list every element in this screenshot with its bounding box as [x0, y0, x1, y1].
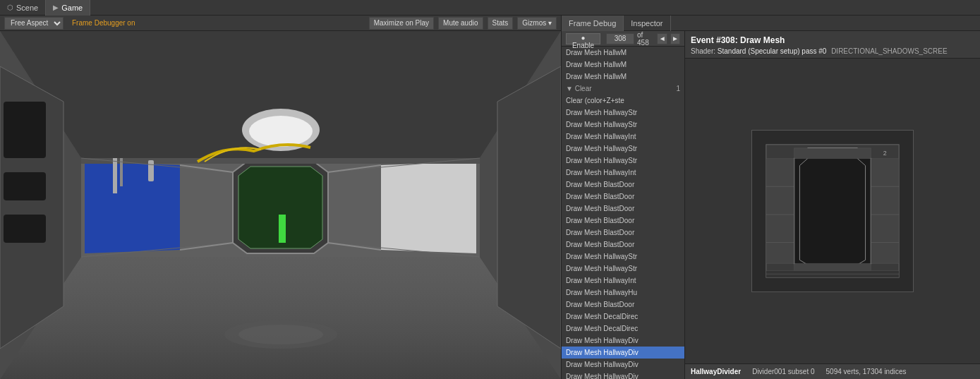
- svg-marker-35: [794, 148, 871, 274]
- list-item[interactable]: Draw Mesh HallwayInt: [562, 167, 684, 179]
- svg-marker-11: [381, 162, 476, 253]
- svg-rect-22: [113, 158, 117, 193]
- top-bar: ⬡ Scene ▶ Game: [0, 0, 980, 16]
- stats-btn[interactable]: Stats: [488, 17, 514, 30]
- inspector-header: Event #308: Draw Mesh Shader: Standard (…: [685, 31, 980, 59]
- mesh-subset: Divider001 subset 0: [752, 368, 814, 375]
- tab-frame-debug[interactable]: Frame Debug: [562, 16, 624, 31]
- list-item-selected[interactable]: Draw Mesh HallwayDiv: [562, 347, 684, 359]
- svg-marker-16: [497, 66, 561, 349]
- mesh-preview-area: 2: [685, 59, 980, 363]
- list-item-clear-section[interactable]: ▼ Clear 1: [562, 83, 684, 95]
- list-item[interactable]: Draw Mesh BlastDoor: [562, 215, 684, 227]
- shader-value: Standard (Specular setup) pass #0: [718, 47, 827, 55]
- list-item[interactable]: Draw Mesh DecalDirec: [562, 311, 684, 323]
- frame-debugger-label: Frame Debugger on: [72, 19, 135, 27]
- list-item[interactable]: Draw Mesh BlastDoor: [562, 203, 684, 215]
- main-layout: Free Aspect Frame Debugger on Maximize o…: [0, 16, 980, 379]
- right-top-bar: Frame Debug Inspector: [562, 16, 980, 31]
- list-item[interactable]: Clear (color+Z+ste: [562, 95, 684, 107]
- svg-rect-24: [148, 160, 154, 181]
- tab-inspector-label: Inspector: [631, 19, 663, 28]
- mesh-preview-svg: 2: [752, 131, 913, 291]
- game-icon: ▶: [53, 4, 59, 11]
- viewport-toolbar: Free Aspect Frame Debugger on Maximize o…: [0, 16, 561, 31]
- pagination-bar: ● Enable 308 of 458 ◄ ►: [562, 31, 684, 47]
- scene-icon: ⬡: [7, 4, 13, 11]
- viewport-content: [0, 31, 561, 379]
- list-item[interactable]: Draw Mesh BlastDoor: [562, 191, 684, 203]
- mute-audio-btn[interactable]: Mute audio: [438, 17, 483, 30]
- inspector-shader: Shader: Standard (Specular setup) pass #…: [691, 47, 974, 55]
- svg-rect-23: [120, 158, 123, 186]
- list-item[interactable]: Draw Mesh HallwayDiv: [562, 335, 684, 347]
- list-item[interactable]: Draw Mesh HallwayHu: [562, 287, 684, 299]
- list-item[interactable]: Draw Mesh HallwM: [562, 47, 684, 59]
- tab-scene[interactable]: ⬡ Scene: [0, 0, 46, 16]
- tab-game[interactable]: ▶ Game: [46, 0, 90, 16]
- list-item[interactable]: Draw Mesh HallwM: [562, 71, 684, 83]
- aspect-selector[interactable]: Free Aspect: [4, 17, 63, 30]
- maximize-on-play-btn[interactable]: Maximize on Play: [369, 17, 434, 30]
- svg-marker-38: [871, 159, 900, 264]
- shader-extra: DIRECTIONAL_SHADOWS_SCREE: [831, 47, 947, 55]
- right-content: ● Enable 308 of 458 ◄ ► Draw Mesh HallwM…: [562, 31, 980, 379]
- list-item[interactable]: Draw Mesh HallwayInt: [562, 275, 684, 287]
- inspector-title: Event #308: Draw Mesh: [691, 35, 974, 45]
- svg-marker-37: [766, 159, 794, 264]
- shader-label: Shader:: [691, 47, 715, 55]
- list-item[interactable]: Draw Mesh HallwayStr: [562, 143, 684, 155]
- list-item[interactable]: Draw Mesh HallwayInt: [562, 131, 684, 143]
- prev-page-btn[interactable]: ◄: [657, 33, 667, 44]
- mesh-verts: 5094 verts, 17304 indices: [826, 368, 907, 375]
- svg-point-21: [238, 325, 323, 344]
- bottom-info: HallwayDivider Divider001 subset 0 5094 …: [685, 363, 980, 379]
- mesh-canvas: 2: [751, 130, 914, 292]
- viewport-panel: Free Aspect Frame Debugger on Maximize o…: [0, 16, 561, 379]
- list-item[interactable]: Draw Mesh DecalDirec: [562, 323, 684, 335]
- list-item[interactable]: Draw Mesh BlastDoor: [562, 179, 684, 191]
- frame-list-items[interactable]: Draw Mesh HallwM Draw Mesh HallwM Draw M…: [562, 47, 684, 379]
- hallway-scene: [0, 31, 561, 379]
- list-item[interactable]: Draw Mesh HallwayDiv: [562, 359, 684, 371]
- svg-point-18: [249, 116, 313, 147]
- list-item[interactable]: Draw Mesh BlastDoor: [562, 227, 684, 239]
- list-item[interactable]: Draw Mesh HallwayStr: [562, 107, 684, 119]
- list-item[interactable]: Draw Mesh BlastDoor: [562, 299, 684, 311]
- enable-btn[interactable]: ● Enable: [566, 33, 600, 44]
- svg-rect-14: [4, 172, 46, 200]
- tab-scene-label: Scene: [16, 4, 38, 12]
- list-item[interactable]: Draw Mesh HallwayStr: [562, 251, 684, 263]
- list-item[interactable]: Draw Mesh HallwayDiv: [562, 371, 684, 379]
- tab-frame-debug-label: Frame Debug: [569, 19, 616, 28]
- list-item[interactable]: Draw Mesh HallwM: [562, 59, 684, 71]
- list-item[interactable]: Draw Mesh HallwayStr: [562, 155, 684, 167]
- svg-marker-10: [85, 162, 180, 253]
- tab-game-label: Game: [61, 4, 83, 12]
- svg-rect-15: [4, 215, 46, 243]
- list-item[interactable]: Draw Mesh HallwayStr: [562, 119, 684, 131]
- gizmos-btn[interactable]: Gizmos ▾: [517, 17, 557, 30]
- inspector-panel: Event #308: Draw Mesh Shader: Standard (…: [685, 31, 980, 379]
- page-number-input[interactable]: 308: [606, 33, 634, 44]
- svg-text:2: 2: [883, 150, 887, 157]
- page-total: of 458: [637, 31, 654, 47]
- svg-rect-13: [4, 102, 46, 158]
- list-item[interactable]: Draw Mesh HallwayStr: [562, 263, 684, 275]
- svg-rect-9: [279, 215, 286, 243]
- list-item[interactable]: Draw Mesh BlastDoor: [562, 239, 684, 251]
- right-panel: Frame Debug Inspector ● Enable 308 of 45…: [561, 16, 980, 379]
- svg-marker-39: [794, 148, 871, 159]
- svg-marker-2: [0, 257, 561, 379]
- next-page-btn[interactable]: ►: [670, 33, 680, 44]
- tab-inspector[interactable]: Inspector: [624, 16, 670, 31]
- svg-rect-19: [81, 158, 480, 164]
- frame-list-panel: ● Enable 308 of 458 ◄ ► Draw Mesh HallwM…: [562, 31, 685, 379]
- mesh-name: HallwayDivider: [691, 368, 741, 375]
